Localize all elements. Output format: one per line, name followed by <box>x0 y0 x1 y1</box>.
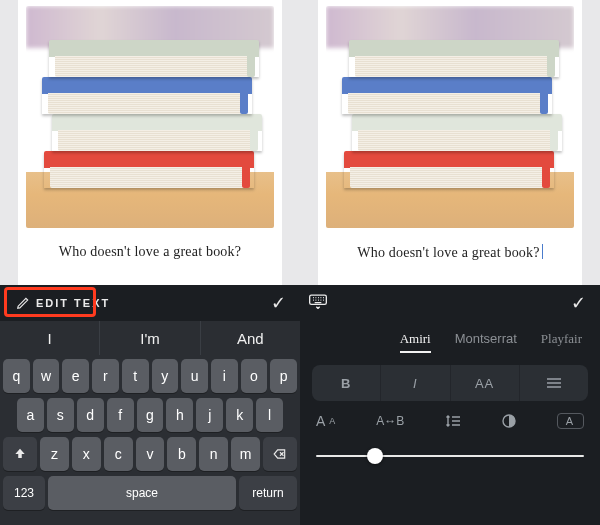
bold-button[interactable]: B <box>312 365 380 401</box>
key-s[interactable]: s <box>47 398 74 432</box>
text-caret <box>542 244 543 259</box>
edit-text-button[interactable]: EDIT TEXT <box>8 292 118 314</box>
format-panel: ✓ Amiri Montserrat Playfair B I AA <box>300 285 600 525</box>
suggestion-1[interactable]: I <box>0 321 99 355</box>
right-pane: Who doesn't love a great book? ✓ Amiri M… <box>300 0 600 525</box>
text-size-button[interactable]: AA <box>316 413 335 429</box>
key-d[interactable]: d <box>77 398 104 432</box>
slider-thumb[interactable] <box>367 448 383 464</box>
keyboard-dismiss-icon <box>308 293 328 309</box>
key-i[interactable]: i <box>211 359 238 393</box>
key-o[interactable]: o <box>241 359 268 393</box>
shift-icon <box>13 447 27 461</box>
suggestion-2[interactable]: I'm <box>99 321 199 355</box>
confirm-button[interactable]: ✓ <box>565 288 592 318</box>
books-image <box>326 6 574 228</box>
key-return[interactable]: return <box>239 476 297 510</box>
key-backspace[interactable] <box>263 437 297 471</box>
contrast-icon <box>502 414 516 428</box>
confirm-button[interactable]: ✓ <box>265 288 292 318</box>
books-image <box>26 6 274 228</box>
left-pane: Who doesn't love a great book? EDIT TEXT… <box>0 0 300 525</box>
key-v[interactable]: v <box>136 437 165 471</box>
key-q[interactable]: q <box>3 359 30 393</box>
uppercase-button[interactable]: AA <box>450 365 519 401</box>
dismiss-keyboard-button[interactable] <box>308 293 328 313</box>
font-tab-amiri[interactable]: Amiri <box>400 331 431 353</box>
key-k[interactable]: k <box>226 398 253 432</box>
align-icon <box>546 377 562 389</box>
contrast-button[interactable] <box>502 414 516 428</box>
key-l[interactable]: l <box>256 398 283 432</box>
key-f[interactable]: f <box>107 398 134 432</box>
key-shift[interactable] <box>3 437 37 471</box>
key-t[interactable]: t <box>122 359 149 393</box>
align-button[interactable] <box>519 365 588 401</box>
key-x[interactable]: x <box>72 437 101 471</box>
suggestion-3[interactable]: And <box>200 321 300 355</box>
key-h[interactable]: h <box>166 398 193 432</box>
key-e[interactable]: e <box>62 359 89 393</box>
edit-text-label: EDIT TEXT <box>36 297 110 309</box>
keyboard: q w e r t y u i o p a s d f g h <box>0 355 300 525</box>
italic-button[interactable]: I <box>380 365 449 401</box>
key-n[interactable]: n <box>199 437 228 471</box>
key-r[interactable]: r <box>92 359 119 393</box>
backspace-icon <box>272 447 288 461</box>
key-b[interactable]: b <box>167 437 196 471</box>
keyboard-suggestions: I I'm And <box>0 321 300 355</box>
font-tab-playfair[interactable]: Playfair <box>541 331 582 353</box>
page-preview[interactable]: Who doesn't love a great book? <box>18 0 282 285</box>
page-preview[interactable]: Who doesn't love a great book? <box>318 0 582 285</box>
preview-area-left: Who doesn't love a great book? <box>0 0 300 285</box>
key-p[interactable]: p <box>270 359 297 393</box>
size-slider[interactable] <box>312 441 588 471</box>
caption-text[interactable]: Who doesn't love a great book? <box>59 244 241 260</box>
preview-area-right: Who doesn't love a great book? <box>300 0 600 285</box>
key-m[interactable]: m <box>231 437 260 471</box>
key-j[interactable]: j <box>196 398 223 432</box>
key-a[interactable]: a <box>17 398 44 432</box>
key-space[interactable]: space <box>48 476 236 510</box>
font-tabs: Amiri Montserrat Playfair <box>312 321 588 353</box>
key-numeric[interactable]: 123 <box>3 476 45 510</box>
line-height-icon <box>445 414 461 428</box>
pencil-icon <box>16 296 30 310</box>
text-tools-row: AA A↔B A <box>312 413 588 429</box>
key-g[interactable]: g <box>137 398 164 432</box>
key-u[interactable]: u <box>181 359 208 393</box>
key-y[interactable]: y <box>152 359 179 393</box>
key-w[interactable]: w <box>33 359 60 393</box>
keyboard-panel: EDIT TEXT ✓ I I'm And q w e r t y <box>0 285 300 525</box>
caption-text[interactable]: Who doesn't love a great book? <box>357 244 542 261</box>
letter-spacing-button[interactable]: A↔B <box>376 414 404 428</box>
key-z[interactable]: z <box>40 437 69 471</box>
style-segment: B I AA <box>312 365 588 401</box>
font-tab-montserrat[interactable]: Montserrat <box>455 331 517 353</box>
key-c[interactable]: c <box>104 437 133 471</box>
line-height-button[interactable] <box>445 414 461 428</box>
text-box-button[interactable]: A <box>557 413 584 429</box>
